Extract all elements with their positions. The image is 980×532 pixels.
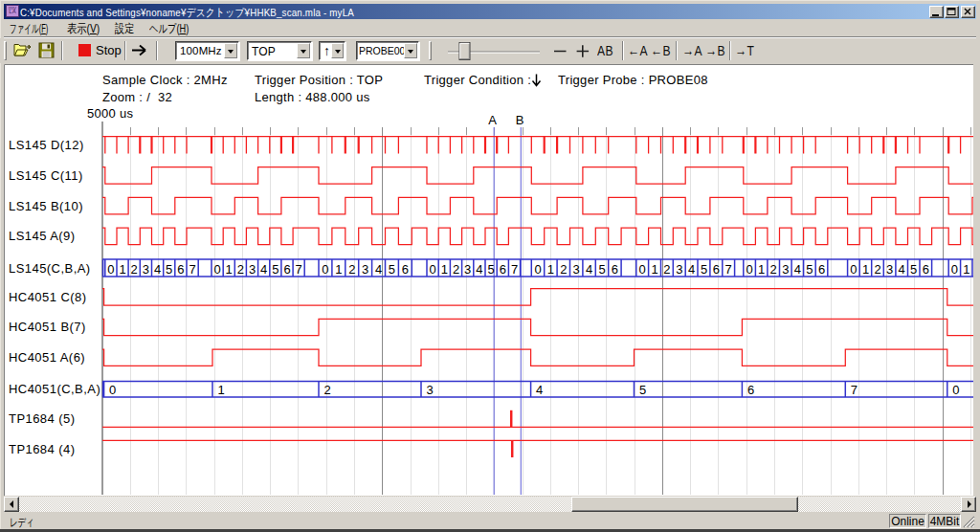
svg-text:LS145 B(10): LS145 B(10) [9,199,83,213]
svg-text:1: 1 [758,262,765,277]
svg-text:4: 4 [586,262,592,277]
svg-text:Trigger Position : TOP: Trigger Position : TOP [255,73,383,87]
svg-text:4: 4 [260,262,267,277]
svg-text:3: 3 [782,262,789,277]
svg-text:4: 4 [536,383,543,397]
svg-text:HC4051 A(6): HC4051 A(6) [9,350,85,365]
svg-text:3: 3 [427,383,434,397]
svg-text:3: 3 [143,262,149,277]
svg-text:6: 6 [500,262,506,277]
svg-text:1: 1 [119,262,125,277]
svg-text:1: 1 [441,262,448,277]
svg-text:Trigger Probe : PROBE08: Trigger Probe : PROBE08 [558,73,708,87]
svg-text:HC4051 C(8): HC4051 C(8) [9,290,87,304]
svg-text:0: 0 [534,262,541,277]
svg-text:0: 0 [213,262,220,277]
svg-text:Trigger Condition :: Trigger Condition : [424,73,531,87]
svg-text:TP1684 (5): TP1684 (5) [9,411,76,426]
svg-text:7: 7 [295,262,301,277]
svg-text:2: 2 [770,262,777,277]
svg-text:3: 3 [886,262,893,277]
svg-text:4: 4 [154,262,161,277]
svg-text:6: 6 [923,262,929,277]
svg-text:4: 4 [899,262,905,277]
svg-text:TP1684 (4): TP1684 (4) [9,442,76,456]
svg-text:6: 6 [283,262,290,277]
svg-text:0: 0 [639,262,646,277]
svg-text:2: 2 [453,262,459,277]
svg-text:6: 6 [612,262,618,277]
svg-text:7: 7 [725,262,732,277]
svg-text:HC4051(C,B,A): HC4051(C,B,A) [9,382,100,396]
svg-text:2: 2 [560,262,567,277]
svg-text:5: 5 [487,262,494,277]
svg-text:5: 5 [806,262,813,277]
svg-text:6: 6 [402,262,409,277]
svg-text:5: 5 [166,262,172,277]
svg-text:3: 3 [573,262,580,277]
svg-text:B: B [516,113,524,127]
svg-text:Zoom : / 32: Zoom : / 32 [102,90,172,104]
svg-text:0: 0 [429,262,435,277]
svg-text:Sample Clock : 2MHz: Sample Clock : 2MHz [102,73,228,87]
svg-text:7: 7 [851,383,858,397]
svg-text:1: 1 [862,262,869,277]
svg-text:4: 4 [794,262,801,277]
svg-text:3: 3 [249,262,256,277]
svg-text:2: 2 [874,262,880,277]
svg-text:LS145(C,B,A): LS145(C,B,A) [9,261,91,276]
svg-text:LS145 A(9): LS145 A(9) [9,229,76,243]
svg-text:6: 6 [177,262,184,277]
svg-text:2: 2 [237,262,244,277]
svg-text:0: 0 [109,383,116,397]
svg-text:3: 3 [464,262,471,277]
svg-text:2: 2 [348,262,355,277]
svg-text:5: 5 [272,262,278,277]
svg-text:2: 2 [324,383,331,397]
svg-text:5: 5 [701,262,707,277]
svg-text:2: 2 [131,262,138,277]
svg-text:5: 5 [598,262,605,277]
svg-text:0: 0 [952,383,959,397]
svg-text:6: 6 [713,262,720,277]
svg-text:3: 3 [362,262,368,277]
svg-text:HC4051 B(7): HC4051 B(7) [9,320,86,334]
svg-text:3: 3 [676,262,682,277]
svg-text:7: 7 [189,262,195,277]
svg-text:LS145 C(11): LS145 C(11) [9,168,83,183]
svg-text:0: 0 [850,262,857,277]
svg-text:5: 5 [910,262,917,277]
svg-text:1: 1 [218,383,225,397]
svg-text:4: 4 [688,262,695,277]
svg-text:A: A [488,113,497,127]
svg-text:5000 us: 5000 us [87,106,134,121]
svg-text:LS145 D(12): LS145 D(12) [9,138,84,152]
svg-text:2: 2 [663,262,670,277]
svg-text:0: 0 [107,262,114,277]
svg-text:4: 4 [375,262,382,277]
svg-text:1: 1 [963,262,969,277]
svg-text:0: 0 [322,262,328,277]
svg-text:0: 0 [951,262,958,277]
svg-text:6: 6 [818,262,825,277]
svg-text:Length : 488.000 us: Length : 488.000 us [255,90,370,104]
svg-text:0: 0 [746,262,752,277]
svg-text:5: 5 [639,383,646,397]
svg-text:1: 1 [335,262,342,277]
svg-text:1: 1 [226,262,233,277]
svg-text:1: 1 [547,262,554,277]
svg-text:6: 6 [747,383,754,397]
svg-text:7: 7 [511,262,518,277]
svg-text:5: 5 [389,262,395,277]
svg-text:1: 1 [651,262,657,277]
svg-text:4: 4 [476,262,482,277]
